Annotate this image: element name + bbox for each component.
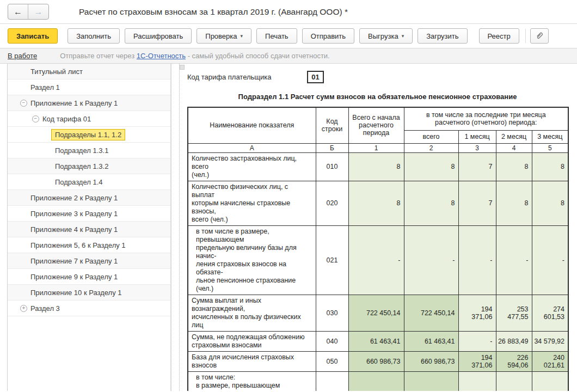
print-button[interactable]: Печать <box>256 28 297 44</box>
value-cell[interactable]: 61 463,41 <box>404 331 458 351</box>
value-cell[interactable]: 8 <box>496 152 532 181</box>
page-title: Расчет по страховым взносам за 1 квартал… <box>79 7 348 17</box>
fill-button[interactable]: Заполнить <box>67 28 120 44</box>
value-cell[interactable]: 8 <box>404 152 458 181</box>
value-cell[interactable]: 194 371,06 <box>458 351 496 371</box>
value-cell[interactable]: - <box>458 371 496 391</box>
check-button[interactable]: Проверка▾ <box>197 28 251 44</box>
send-button[interactable]: Отправить <box>302 28 354 44</box>
status-bar: В работе Отправьте отчет через 1С-Отчетн… <box>0 48 577 64</box>
back-arrow-icon: ← <box>14 7 22 17</box>
value-cell[interactable]: 8 <box>532 152 568 181</box>
sidebar-item[interactable]: Подраздел 1.3.2 <box>8 158 170 174</box>
value-cell[interactable]: 240 021,61 <box>532 351 568 371</box>
decipher-button[interactable]: Расшифровать <box>125 28 192 44</box>
back-button[interactable]: ← <box>8 4 28 19</box>
table-row: Количество физических лиц, с выплат кото… <box>188 181 568 225</box>
sidebar-item[interactable]: Приложение 4 к Разделу 1 <box>8 222 170 237</box>
chevron-down-icon: ▾ <box>402 33 404 39</box>
row-name-cell: в том числе: в размере, превышающем пред… <box>188 371 316 391</box>
value-cell[interactable]: 226 594,06 <box>496 351 532 371</box>
value-cell[interactable]: - <box>532 225 568 295</box>
value-cell[interactable]: 722 450,14 <box>348 295 404 331</box>
value-cell[interactable]: 660 986,73 <box>404 351 458 371</box>
value-cell[interactable]: 61 463,41 <box>348 331 404 351</box>
sidebar-item-label: Подраздел 1.3.2 <box>55 162 108 170</box>
col-header-month-1: 1 месяц <box>458 130 496 143</box>
row-name-cell: Сумма, не подлежащая обложению страховым… <box>188 331 316 351</box>
value-cell[interactable]: 8 <box>348 181 404 225</box>
registry-button[interactable]: Реестр <box>479 28 519 44</box>
chevron-down-icon: ▾ <box>241 33 243 39</box>
panel-splitter[interactable] <box>171 64 180 391</box>
paperclip-icon <box>535 32 544 40</box>
value-cell[interactable]: - <box>458 225 496 295</box>
title-bar: ← → Расчет по страховым взносам за 1 ква… <box>0 0 577 24</box>
value-cell[interactable]: 660 986,73 <box>348 351 404 371</box>
attachment-button[interactable] <box>530 28 549 44</box>
row-code-cell: 051 <box>316 371 348 391</box>
value-cell[interactable]: 8 <box>532 181 568 225</box>
sidebar-item[interactable]: Подраздел 1.4 <box>8 174 170 190</box>
load-button[interactable]: Загрузить <box>418 28 467 44</box>
reporting-service-link[interactable]: 1С-Отчетность <box>137 52 186 60</box>
sidebar-item[interactable]: Приложение 2 к Разделу 1 <box>8 190 170 206</box>
row-name-cell: Сумма выплат и иных вознаграждений, исчи… <box>188 295 316 331</box>
value-cell[interactable]: - <box>496 371 532 391</box>
value-cell[interactable]: - <box>458 331 496 351</box>
sidebar-item-label: Подраздел 1.4 <box>55 178 103 186</box>
status-message-suffix: - самый удобный способ сдачи отчетности. <box>186 52 330 60</box>
status-message-prefix: Отправьте отчет через <box>60 52 137 60</box>
value-cell[interactable]: - <box>404 371 458 391</box>
sidebar-item[interactable]: Приложение 9 к Разделу 1 <box>8 269 170 285</box>
tariff-label: Код тарифа плательщика <box>187 73 307 81</box>
col-header-sub-total: всего <box>404 130 458 143</box>
collapse-icon[interactable]: − <box>20 100 27 107</box>
sidebar-item[interactable]: Приложение 7 к Разделу 1 <box>8 253 170 269</box>
value-cell[interactable]: 8 <box>404 181 458 225</box>
value-cell[interactable]: - <box>404 225 458 295</box>
sidebar-item[interactable]: Приложение 3 к Разделу 1 <box>8 206 170 222</box>
sidebar-item-label: Приложение 10 к Разделу 1 <box>30 289 122 297</box>
tariff-code-input[interactable]: 01 <box>307 71 324 83</box>
value-cell[interactable]: 7 <box>458 181 496 225</box>
row-name-cell: База для исчисления страховых взносов <box>188 351 316 371</box>
sidebar-item[interactable]: Приложения 5, 6 к Разделу 1 <box>8 237 170 253</box>
value-cell[interactable]: - <box>348 371 404 391</box>
col-letter: 4 <box>496 143 532 152</box>
forward-arrow-icon: → <box>34 7 43 17</box>
expand-icon[interactable]: + <box>20 305 27 312</box>
table-row: Количество застрахованных лиц, всего (че… <box>188 152 568 181</box>
value-cell[interactable]: - <box>532 371 568 391</box>
sidebar-item[interactable]: Приложение 10 к Разделу 1 <box>8 285 170 301</box>
sidebar-item[interactable]: Раздел 1 <box>8 79 170 95</box>
report-table: Наименование показателя Код строки Всего… <box>187 107 569 391</box>
value-cell[interactable]: 8 <box>496 181 532 225</box>
forward-button[interactable]: → <box>28 4 48 19</box>
value-cell[interactable]: 26 883,49 <box>496 331 532 351</box>
sidebar-item-label: Приложение 2 к Разделу 1 <box>30 194 118 202</box>
value-cell[interactable]: 274 601,53 <box>532 295 568 331</box>
save-button[interactable]: Записать <box>8 28 58 44</box>
sidebar-item[interactable]: Подраздел 1.3.1 <box>8 143 170 158</box>
export-button[interactable]: Выгрузка▾ <box>359 28 413 44</box>
value-cell[interactable]: - <box>496 225 532 295</box>
value-cell[interactable]: 194 371,06 <box>458 295 496 331</box>
status-state-link[interactable]: В работе <box>8 52 37 60</box>
sidebar-item[interactable]: Подразделы 1.1, 1.2 <box>8 127 170 143</box>
value-cell[interactable]: 8 <box>348 152 404 181</box>
sidebar-item[interactable]: Титульный лист <box>8 64 170 79</box>
sidebar-item[interactable]: −Приложение 1 к Разделу 1 <box>8 95 170 111</box>
value-cell[interactable]: 7 <box>458 152 496 181</box>
sidebar-item-label: Код тарифа 01 <box>42 115 91 123</box>
col-header-month-3: 3 месяц <box>532 130 568 143</box>
value-cell[interactable]: 253 477,55 <box>496 295 532 331</box>
sidebar-item[interactable]: −Код тарифа 01 <box>8 111 170 127</box>
col-letter: 5 <box>532 143 568 152</box>
collapse-icon[interactable]: − <box>32 115 39 122</box>
col-letter: 2 <box>404 143 458 152</box>
value-cell[interactable]: - <box>348 225 404 295</box>
sidebar-item[interactable]: +Раздел 3 <box>8 301 170 316</box>
value-cell[interactable]: 722 450,14 <box>404 295 458 331</box>
value-cell[interactable]: 34 579,92 <box>532 331 568 351</box>
